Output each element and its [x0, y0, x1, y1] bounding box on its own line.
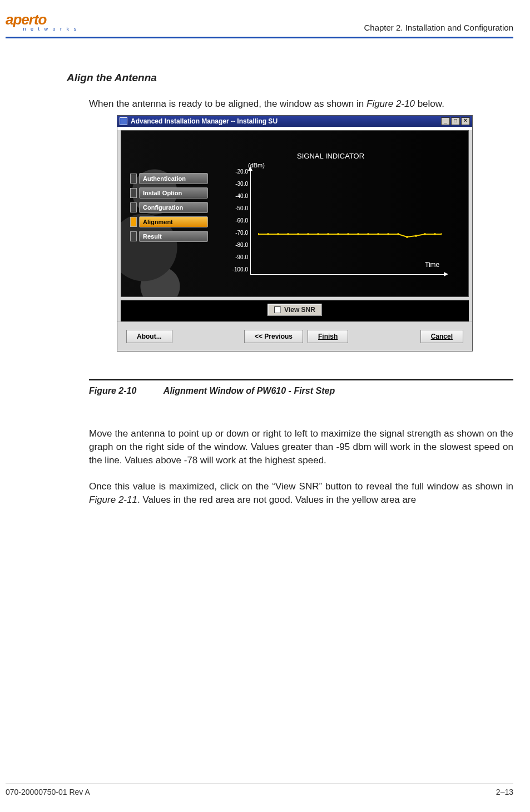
- svg-point-10: [357, 233, 359, 235]
- logo: aperto n e t w o r k s: [6, 11, 78, 34]
- view-snr-checkbox[interactable]: [274, 306, 281, 313]
- svg-point-8: [337, 233, 339, 235]
- svg-point-16: [415, 235, 417, 237]
- app-body: Authentication Install Option Configurat…: [117, 130, 472, 351]
- svg-point-15: [406, 236, 408, 238]
- svg-point-2: [277, 233, 279, 235]
- footer-left: 070-20000750-01 Rev A: [6, 788, 90, 796]
- intro-pre: When the antenna is ready to be aligned,…: [89, 98, 366, 109]
- step-marker: [130, 231, 137, 241]
- step-authentication[interactable]: Authentication: [130, 173, 208, 184]
- step-label: Result: [139, 231, 208, 242]
- step-install-option[interactable]: Install Option: [130, 187, 208, 199]
- intro-post: below.: [415, 98, 444, 109]
- dialog-button-bar: About... << Previous Finish Cancel: [117, 321, 472, 351]
- maximize-button[interactable]: □: [451, 117, 460, 125]
- signal-trace: [258, 231, 442, 242]
- svg-point-18: [434, 233, 436, 235]
- previous-button[interactable]: << Previous: [244, 330, 303, 343]
- y-tick: -90.0: [231, 254, 248, 266]
- spacer: [353, 330, 415, 343]
- y-tick: -40.0: [231, 193, 248, 205]
- about-button[interactable]: About...: [126, 330, 172, 343]
- intro-paragraph: When the antenna is ready to be aligned,…: [89, 98, 513, 110]
- svg-point-11: [367, 233, 369, 235]
- finish-button[interactable]: Finish: [308, 330, 348, 343]
- step-marker: [130, 202, 137, 212]
- page-header: aperto n e t w o r k s Chapter 2. Instal…: [6, 11, 513, 38]
- step-marker: [130, 174, 137, 184]
- svg-point-9: [347, 233, 349, 235]
- svg-point-1: [267, 233, 269, 235]
- body-paragraph-1: Move the antenna to point up or down or …: [89, 427, 513, 467]
- body-paragraph-2: Once this value is maximized, click on t…: [89, 480, 513, 507]
- minimize-button[interactable]: _: [441, 117, 450, 125]
- app-main: Authentication Install Option Configurat…: [121, 130, 469, 297]
- step-marker: [130, 188, 137, 198]
- intro-fig-ref: Figure 2-10: [366, 98, 415, 109]
- step-alignment[interactable]: Alignment: [130, 216, 208, 227]
- y-tick: -60.0: [231, 217, 248, 230]
- figure-title: Alignment Window of PW610 - First Step: [164, 386, 335, 395]
- window-titlebar: Advanced Installation Manager -- Install…: [117, 116, 472, 127]
- y-tick: -100.0: [231, 266, 248, 279]
- svg-point-7: [327, 233, 329, 235]
- wizard-steps: Authentication Install Option Configurat…: [130, 173, 208, 296]
- step-label: Configuration: [139, 202, 208, 213]
- svg-point-12: [377, 233, 379, 235]
- figure-caption: Figure 2-10 Alignment Window of PW610 - …: [89, 386, 513, 396]
- y-ticks: -20.0 -30.0 -40.0 -50.0 -60.0 -70.0 -80.…: [231, 169, 248, 279]
- close-button[interactable]: ×: [461, 117, 470, 125]
- y-tick: -80.0: [231, 242, 248, 254]
- window-icon: [120, 117, 127, 125]
- svg-point-17: [424, 233, 426, 235]
- svg-point-19: [440, 233, 442, 235]
- step-label: Authentication: [139, 173, 208, 184]
- para2-fig-ref: Figure 2-11: [89, 494, 137, 505]
- svg-point-6: [317, 233, 319, 235]
- screenshot-window: Advanced Installation Manager -- Install…: [117, 115, 473, 351]
- chart-title: SIGNAL INDICATOR: [297, 152, 364, 160]
- view-snr-button[interactable]: View SNR: [268, 304, 322, 316]
- y-tick: -20.0: [231, 169, 248, 181]
- svg-point-4: [297, 233, 299, 235]
- signal-chart: SIGNAL INDICATOR (dBm) -20.0 -30.0 -40.0…: [225, 131, 458, 296]
- svg-point-3: [287, 233, 289, 235]
- x-axis-label: Time: [425, 261, 439, 269]
- step-marker-active: [130, 217, 137, 227]
- window-title: Advanced Installation Manager -- Install…: [131, 117, 278, 125]
- cancel-button[interactable]: Cancel: [420, 330, 463, 343]
- x-axis: [250, 274, 445, 275]
- y-axis: [250, 170, 251, 274]
- y-tick: -70.0: [231, 230, 248, 242]
- view-snr-label: View SNR: [284, 306, 315, 314]
- page-footer: 070-20000750-01 Rev A 2–13: [6, 784, 513, 796]
- step-label: Alignment: [139, 216, 208, 227]
- step-label: Install Option: [139, 187, 208, 199]
- para2-post: . Values in the red area are not good. V…: [137, 494, 416, 505]
- para2-pre: Once this value is maximized, click on t…: [89, 481, 513, 492]
- figure-rule: [89, 379, 513, 380]
- chapter-title: Chapter 2. Installation and Configuratio…: [364, 23, 513, 34]
- window-controls: _ □ ×: [441, 117, 470, 125]
- svg-point-14: [397, 233, 399, 235]
- svg-point-0: [258, 233, 259, 235]
- svg-point-5: [307, 233, 309, 235]
- y-tick: -30.0: [231, 181, 248, 193]
- section-heading: Align the Antenna: [67, 72, 513, 84]
- figure-number: Figure 2-10: [89, 386, 161, 396]
- x-axis-arrow-icon: [444, 272, 448, 276]
- footer-right: 2–13: [496, 788, 513, 796]
- step-configuration[interactable]: Configuration: [130, 202, 208, 213]
- step-result[interactable]: Result: [130, 231, 208, 242]
- svg-point-13: [387, 233, 389, 235]
- y-tick: -50.0: [231, 205, 248, 217]
- view-snr-row: View SNR: [121, 300, 469, 321]
- spacer: [177, 330, 240, 343]
